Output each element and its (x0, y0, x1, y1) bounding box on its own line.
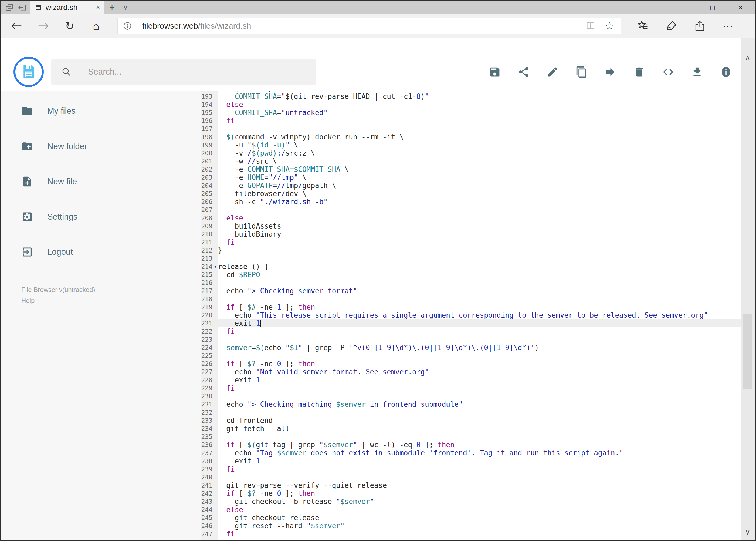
code-line[interactable]: 215 cd $REPO (201, 270, 755, 279)
code-line[interactable]: 235 (201, 433, 755, 441)
code-line[interactable]: 238 exit 1 (201, 457, 755, 465)
search-input[interactable] (88, 67, 306, 77)
minimize-button[interactable]: — (670, 1, 698, 14)
code-line[interactable]: 216 (201, 279, 755, 287)
address-bar[interactable]: filebrowser.web/files/wizard.sh ☆ (118, 18, 621, 34)
code-line[interactable]: 229 fi (201, 384, 755, 392)
code-line[interactable]: 228 exit 1 (201, 376, 755, 384)
code-line[interactable]: 198 $(command -v winpty) docker run --rm… (201, 133, 755, 141)
favorites-hub-icon[interactable] (629, 14, 657, 38)
close-tab-icon[interactable]: × (96, 1, 100, 14)
code-line[interactable]: 237 echo "Tag $semver does not exist in … (201, 449, 755, 457)
more-options-button[interactable]: ⋯ (714, 14, 742, 38)
code-line[interactable]: 217 echo "> Checking semver format" (201, 287, 755, 295)
sidebar-item-logout[interactable]: Logout (1, 235, 201, 270)
code-line[interactable]: 225 (201, 352, 755, 360)
save-button[interactable] (489, 66, 501, 78)
code-line[interactable]: 227 echo "Not valid semver format. See s… (201, 368, 755, 376)
code-line[interactable]: 244 else (201, 506, 755, 514)
code-line[interactable]: 247 fi (201, 530, 755, 538)
set-tabs-aside-icon[interactable] (18, 3, 27, 12)
code-line[interactable]: 212} (201, 246, 755, 255)
download-button[interactable] (691, 66, 703, 78)
copy-button[interactable] (576, 66, 588, 78)
fold-marker-icon[interactable]: ▾ (213, 263, 217, 270)
code-line[interactable]: 206 sh -c "./wizard.sh -b" (201, 198, 755, 206)
sidebar-item-settings[interactable]: Settings (1, 199, 201, 235)
code-line[interactable]: 199 -u "$(id -u)" \ (201, 141, 755, 149)
code-line[interactable]: 193 COMMIT_SHA="$(git rev-parse HEAD | c… (201, 92, 755, 101)
reading-view-icon[interactable] (586, 21, 596, 31)
browser-tab[interactable]: wizard.sh × (31, 1, 105, 14)
annotate-pen-icon[interactable] (657, 14, 685, 38)
code-line[interactable]: 211 fi (201, 238, 755, 246)
sidebar-item-my-files[interactable]: My files (1, 94, 201, 129)
close-window-button[interactable]: × (727, 1, 755, 14)
code-line[interactable]: 232 (201, 408, 755, 416)
tab-preview-icon[interactable] (5, 3, 14, 12)
help-link[interactable]: Help (21, 295, 201, 306)
refresh-button[interactable]: ↻ (56, 14, 83, 38)
code-line[interactable]: 230 (201, 392, 755, 400)
sidebar-item-new-file[interactable]: New file (1, 164, 201, 199)
code-line[interactable]: 233 cd frontend (201, 416, 755, 425)
sidebar-item-new-folder[interactable]: New folder (1, 129, 201, 164)
code-line[interactable]: 239 fi (201, 465, 755, 473)
code-line[interactable]: 231 echo "> Checking matching $semver in… (201, 400, 755, 408)
scrollbar-thumb[interactable] (743, 314, 752, 389)
delete-button[interactable] (633, 66, 645, 78)
code-line[interactable]: 236 if [ $(git tag | grep "$semver" | wc… (201, 441, 755, 449)
new-tab-button[interactable]: + (105, 1, 120, 14)
code-line[interactable]: 213 (201, 255, 755, 263)
code-line[interactable]: 195 COMMIT_SHA="untracked" (201, 109, 755, 117)
scroll-down-icon[interactable]: ∨ (741, 528, 755, 536)
back-button[interactable] (4, 14, 30, 38)
code-line[interactable]: 224 semver=$(echo "$1" | grep -P '^v(0|[… (201, 343, 755, 352)
code-line[interactable]: 220 echo "This release script requires a… (201, 311, 755, 319)
code-line[interactable]: 222 fi (201, 327, 755, 335)
info-button[interactable] (720, 66, 732, 78)
site-info-icon[interactable] (123, 21, 132, 31)
code-line[interactable]: 219 if [ $# -ne 1 ]; then (201, 303, 755, 311)
vertical-scrollbar[interactable]: ∧ ∨ (741, 38, 755, 540)
code-line[interactable]: 201 -w //src \ (201, 157, 755, 165)
code-line[interactable]: 223 (201, 335, 755, 343)
code-line[interactable]: 209 buildAssets (201, 222, 755, 230)
home-button[interactable]: ⌂ (83, 14, 109, 38)
code-line[interactable]: 202 -e COMMIT_SHA=$COMMIT_SHA \ (201, 165, 755, 174)
code-line[interactable]: 194 else (201, 101, 755, 109)
filebrowser-logo[interactable] (14, 57, 44, 87)
edit-button[interactable] (547, 66, 559, 78)
code-line[interactable]: 218 (201, 295, 755, 303)
code-line[interactable]: 203 -e HOME="//tmp" \ (201, 174, 755, 182)
share-button[interactable] (518, 66, 530, 78)
code-line[interactable]: 240 (201, 473, 755, 481)
add-favorite-icon[interactable]: ☆ (605, 21, 614, 31)
tab-list-chevron-icon[interactable]: ∨ (120, 1, 131, 14)
code-line[interactable]: 246 git reset --hard "$semver" (201, 522, 755, 530)
code-editor[interactable]: 192 git rev-parse HEAD &> /dev/null193 C… (201, 91, 755, 540)
code-line[interactable]: 200 -v /$(pwd):/src:z \ (201, 149, 755, 157)
code-line[interactable]: 214▾release () { (201, 263, 755, 270)
scroll-up-icon[interactable]: ∧ (741, 53, 755, 62)
code-line[interactable]: 242 if [ $? -ne 0 ]; then (201, 489, 755, 497)
code-line[interactable]: 234 git fetch --all (201, 425, 755, 433)
code-line[interactable]: 245 git checkout release (201, 514, 755, 522)
code-line[interactable]: 221 exit 1 (201, 319, 755, 327)
move-button[interactable] (604, 66, 617, 78)
forward-button[interactable] (30, 14, 56, 38)
share-icon-browser[interactable] (685, 14, 714, 38)
code-line[interactable]: 207 (201, 206, 755, 214)
code-line[interactable]: 205 filebrowser/dev \ (201, 190, 755, 198)
code-view-button[interactable] (662, 66, 674, 78)
code-line[interactable]: 197 (201, 125, 755, 133)
code-line[interactable]: 208 else (201, 214, 755, 222)
code-line[interactable]: 210 buildBinary (201, 230, 755, 238)
maximize-button[interactable]: □ (698, 1, 727, 14)
code-line[interactable]: 241 git rev-parse --verify --quiet relea… (201, 481, 755, 489)
code-line[interactable]: 204 -e GOPATH=//tmp/gopath \ (201, 182, 755, 190)
code-line[interactable]: 243 git checkout -b release "$semver" (201, 497, 755, 506)
code-line[interactable]: 226 if [ $? -ne 0 ]; then (201, 360, 755, 368)
search-box[interactable] (51, 59, 316, 85)
code-line[interactable]: 196 fi (201, 117, 755, 125)
